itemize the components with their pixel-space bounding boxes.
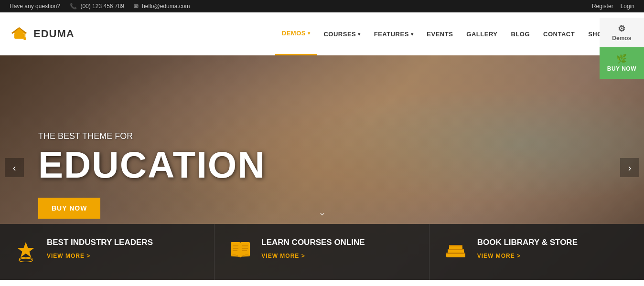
slider-prev-button[interactable]: ‹	[5, 158, 24, 177]
header: EDUMA DEMOS ▾ COURSES ▾ FEATURES ▾ EVENT…	[0, 12, 644, 55]
feature-panel-courses: LEARN COURSES ONLINE VIEW MORE >	[215, 224, 429, 280]
feature-link-courses[interactable]: VIEW MORE >	[261, 253, 365, 259]
top-bar-phone: 📞 (00) 123 456 789	[70, 3, 124, 10]
slider-next-button[interactable]: ›	[620, 158, 639, 177]
nav-features[interactable]: FEATURES ▾	[367, 12, 420, 55]
feature-link-library[interactable]: VIEW MORE >	[477, 253, 578, 259]
chevron-down-icon: ▾	[411, 32, 414, 37]
star-icon	[14, 239, 37, 266]
svg-rect-17	[448, 249, 464, 250]
hero-subtitle: THE BEST THEME FOR	[38, 131, 606, 141]
scroll-down-indicator: ⌄	[318, 206, 326, 218]
gear-icon: ⚙	[618, 23, 625, 34]
logo[interactable]: EDUMA	[10, 24, 86, 43]
main-nav: DEMOS ▾ COURSES ▾ FEATURES ▾ EVENTS GALL…	[275, 12, 634, 55]
demos-widget[interactable]: ⚙ Demos	[600, 18, 644, 47]
nav-gallery[interactable]: GALLERY	[460, 12, 504, 55]
nav-demos[interactable]: DEMOS ▾	[275, 12, 317, 55]
register-link[interactable]: Register	[592, 3, 613, 10]
books-stack-icon	[444, 239, 468, 265]
svg-marker-5	[17, 242, 34, 257]
logo-icon	[10, 24, 29, 43]
logo-text: EDUMA	[33, 28, 75, 40]
hero-title: EDUCATION	[38, 146, 606, 183]
svg-rect-18	[449, 245, 462, 246]
hero-content: THE BEST THEME FOR EDUCATION BUY NOW	[0, 117, 644, 219]
svg-rect-16	[446, 253, 465, 254]
feature-panel-leaders: BEST INDUSTRY LEADERS VIEW MORE >	[0, 224, 215, 280]
hero-cta-button[interactable]: BUY NOW	[38, 198, 100, 219]
top-bar: Have any question? 📞 (00) 123 456 789 ✉ …	[0, 0, 644, 12]
login-link[interactable]: Login	[621, 3, 634, 10]
feature-text-library: BOOK LIBRARY & STORE VIEW MORE >	[477, 237, 578, 259]
nav-blog[interactable]: BLOG	[504, 12, 537, 55]
top-bar-email: ✉ hello@eduma.com	[134, 3, 190, 10]
top-bar-auth: Register Login	[592, 3, 634, 10]
top-bar-contact: Have any question? 📞 (00) 123 456 789 ✉ …	[10, 3, 190, 10]
feature-text-leaders: BEST INDUSTRY LEADERS VIEW MORE >	[47, 237, 153, 259]
feature-text-courses: LEARN COURSES ONLINE VIEW MORE >	[261, 237, 365, 259]
svg-point-6	[19, 258, 32, 262]
nav-events[interactable]: EVENTS	[420, 12, 460, 55]
book-open-icon	[229, 239, 252, 265]
svg-point-4	[23, 37, 26, 40]
feature-panel-library: BOOK LIBRARY & STORE VIEW MORE >	[429, 224, 644, 280]
chevron-down-icon: ▾	[308, 31, 311, 36]
top-bar-question: Have any question?	[10, 3, 60, 10]
buy-now-widget[interactable]: 🌿 Buy Now	[600, 47, 644, 79]
chevron-down-icon: ▾	[358, 32, 361, 37]
svg-rect-13	[446, 254, 465, 257]
nav-courses[interactable]: COURSES ▾	[317, 12, 367, 55]
svg-rect-1	[14, 33, 24, 39]
leaf-icon: 🌿	[616, 54, 627, 64]
feature-link-leaders[interactable]: VIEW MORE >	[47, 253, 153, 259]
sidebar-widgets: ⚙ Demos 🌿 Buy Now	[600, 18, 644, 79]
nav-contact[interactable]: CONTACT	[537, 12, 581, 55]
phone-icon: 📞	[70, 3, 77, 10]
feature-panels: BEST INDUSTRY LEADERS VIEW MORE >	[0, 224, 644, 280]
email-icon: ✉	[134, 3, 139, 10]
hero-section: ‹ THE BEST THEME FOR EDUCATION BUY NOW ⌄…	[0, 55, 644, 280]
